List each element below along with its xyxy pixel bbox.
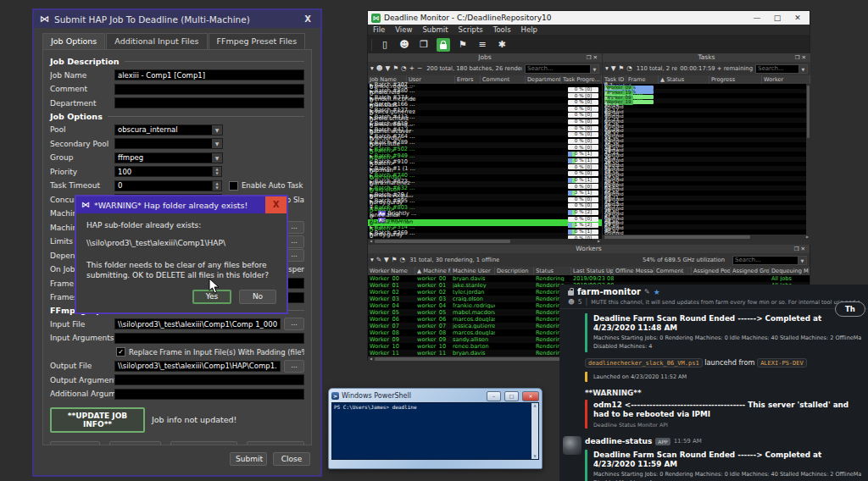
monitor-titlebar[interactable]: ⋈ Deadline Monitor - C:/DeadlineReposito… bbox=[368, 11, 810, 25]
output-arguments-field[interactable] bbox=[114, 374, 304, 385]
column-header[interactable]: Worker Name bbox=[368, 267, 415, 275]
workers-table-header[interactable]: Worker Name▲ Machine NameMachine UserDes… bbox=[368, 267, 810, 275]
panel-tool-icon-1[interactable]: ☻ bbox=[376, 65, 383, 72]
menu-view[interactable]: View bbox=[390, 25, 417, 34]
search-dropdown-icon[interactable]: ▼ bbox=[591, 64, 599, 74]
additional-arguments-field[interactable] bbox=[114, 389, 304, 400]
gear-icon[interactable]: ✱ bbox=[495, 38, 509, 52]
scroll-left-icon[interactable]: ◀ bbox=[368, 239, 374, 244]
column-header[interactable]: Offline Message bbox=[614, 267, 654, 275]
column-header[interactable]: ▲ Machine Name bbox=[415, 267, 451, 275]
ps-scrollbar[interactable]: ▲▼ bbox=[531, 403, 538, 459]
list-settings-icon[interactable]: ≡ bbox=[476, 38, 489, 52]
column-header[interactable]: Assigned Pools bbox=[692, 267, 731, 275]
scroll-thumb[interactable] bbox=[604, 235, 750, 239]
menu-tools[interactable]: Tools bbox=[488, 25, 516, 34]
insert-hap-alpha-arg-button[interactable]: Insert HAP Alpha Arg bbox=[170, 441, 238, 446]
panel-tool-icon-5[interactable]: + bbox=[409, 65, 415, 72]
tasks-search[interactable]: ▼ bbox=[755, 64, 808, 74]
column-header[interactable]: Dequeuing Mode bbox=[770, 267, 810, 275]
enable-auto-task-timeout-checkbox[interactable]: Enable Auto Task Timeout bbox=[229, 181, 304, 191]
replace-frame-padding-checkbox[interactable]: ✓Replace Frame in Input File(s) With Pad… bbox=[116, 347, 304, 357]
input-file-browse-button[interactable]: ... bbox=[284, 318, 304, 330]
priority-stepper[interactable]: ▲▼ bbox=[114, 166, 223, 177]
scroll-left-icon[interactable]: ◀ bbox=[368, 357, 374, 362]
output-file-browse-button[interactable]: ... bbox=[284, 360, 304, 373]
tab-ffmpeg-preset-files[interactable]: FFmpeg Preset Files bbox=[209, 33, 306, 49]
insert-fps-arg-button[interactable]: Insert FPS Arg bbox=[50, 441, 100, 446]
panel-tool-icon-1[interactable]: ▼ bbox=[611, 65, 616, 72]
column-header[interactable]: Status bbox=[534, 267, 571, 275]
workers-panel-titlebar[interactable]: Workers ❐✕ bbox=[368, 245, 810, 253]
panel-tool-icon-2[interactable]: ▼ bbox=[386, 65, 391, 72]
scroll-right-icon[interactable]: ▶ bbox=[804, 235, 810, 240]
user-icon[interactable]: ☻ bbox=[398, 38, 411, 52]
edit-topic-icon[interactable]: ✎ bbox=[644, 288, 650, 296]
column-header[interactable]: Assigned Groups bbox=[731, 267, 770, 275]
task-timeout-stepper[interactable]: ▲▼ bbox=[114, 180, 222, 191]
timestamp[interactable]: 11:59 AM bbox=[674, 438, 702, 445]
column-header[interactable]: Comment bbox=[654, 267, 692, 275]
tab-additional-input-files[interactable]: Additional Input Files bbox=[106, 33, 207, 49]
minimize-button[interactable]: — bbox=[748, 14, 765, 22]
ps-maximize-button[interactable]: □ bbox=[504, 391, 519, 401]
search-dropdown-icon[interactable]: ▼ bbox=[798, 256, 807, 265]
warning-dialog-titlebar[interactable]: ⋈ *WARNING* Hap folder already exists! X bbox=[76, 196, 287, 213]
float-panel-icon[interactable]: ❐ bbox=[794, 246, 801, 252]
spinner-arrows[interactable]: ▲▼ bbox=[213, 180, 222, 191]
panel-tool-icon-4[interactable]: ◔ bbox=[400, 257, 406, 263]
scroll-right-icon[interactable]: ▶ bbox=[596, 239, 602, 244]
bookmark-icon[interactable]: ⚑ bbox=[456, 38, 470, 52]
scroll-thumb[interactable] bbox=[375, 357, 578, 361]
tasks-panel-titlebar[interactable]: Tasks ❐✕ bbox=[603, 53, 810, 62]
pool-dropdown[interactable]: obscura_internal▼ bbox=[114, 124, 223, 135]
panel-tool-icon-3[interactable]: ⚑ bbox=[392, 65, 398, 72]
menu-help[interactable]: Help bbox=[516, 25, 542, 34]
panel-tool-icon-3[interactable]: ◔ bbox=[626, 65, 632, 72]
jobs-panel-titlebar[interactable]: Jobs ❐✕ bbox=[368, 53, 602, 62]
scroll-thumb[interactable] bbox=[807, 86, 810, 138]
avatar[interactable] bbox=[563, 436, 581, 455]
submit-dialog-titlebar[interactable]: ⋈ Submit HAP Job To Deadline (Multi-Mach… bbox=[34, 10, 320, 28]
close-window-button[interactable]: ✕ bbox=[789, 14, 806, 22]
jobs-search-input[interactable] bbox=[525, 64, 591, 74]
secondary-pool-dropdown[interactable]: ▼ bbox=[114, 138, 223, 149]
float-panel-icon[interactable]: ❐ bbox=[587, 54, 593, 61]
department-field[interactable] bbox=[114, 97, 304, 108]
powershell-console[interactable]: PS C:\Users\James> deadline ▲▼ bbox=[331, 402, 539, 460]
panel-tool-icon-0[interactable]: ▾ bbox=[370, 65, 374, 72]
panel-tool-icon-2[interactable]: ⚑ bbox=[619, 65, 625, 72]
column-header[interactable]: Machine User bbox=[451, 267, 495, 275]
float-panel-icon[interactable]: ❐ bbox=[795, 54, 802, 61]
menu-scripts[interactable]: Scripts bbox=[453, 25, 488, 34]
remote-icon[interactable]: ▯ bbox=[378, 38, 392, 52]
ps-minimize-button[interactable]: – bbox=[487, 391, 501, 401]
column-header[interactable]: Description bbox=[495, 267, 534, 275]
worker-row[interactable]: Worker_00worker_00bryan.davisRendering20… bbox=[368, 275, 810, 282]
lock-icon[interactable] bbox=[437, 38, 450, 52]
panel-tool-icon-0[interactable]: ▾ bbox=[370, 257, 374, 263]
channel-topic[interactable]: MUTE this channel, it will send updates … bbox=[591, 299, 860, 306]
output-file-field[interactable] bbox=[114, 361, 281, 372]
scroll-thumb[interactable] bbox=[375, 240, 510, 243]
insert-hap-arg-button[interactable]: Insert HAP Arg bbox=[109, 441, 160, 446]
comment-field[interactable] bbox=[114, 84, 304, 95]
search-dropdown-icon[interactable]: ▼ bbox=[799, 64, 808, 74]
panel-tool-icon-6[interactable]: − bbox=[417, 65, 422, 72]
window-icon[interactable]: ❐ bbox=[417, 38, 431, 52]
submit-dialog-close-button[interactable]: X bbox=[301, 14, 314, 24]
submit-button[interactable]: Submit bbox=[230, 452, 267, 466]
maximize-button[interactable]: □ bbox=[769, 14, 786, 22]
jobs-hscrollbar[interactable]: ◀ ▶ bbox=[368, 239, 602, 244]
workers-search[interactable]: ▼ bbox=[732, 256, 807, 265]
thread-pill[interactable]: Th bbox=[835, 301, 865, 317]
input-arguments-field[interactable] bbox=[114, 333, 304, 344]
close-button[interactable]: Close bbox=[273, 452, 310, 466]
member-count[interactable]: 5 bbox=[578, 298, 582, 306]
star-channel-icon[interactable]: ★ bbox=[654, 288, 660, 296]
tasks-vscrollbar[interactable] bbox=[806, 84, 810, 235]
channel-name[interactable]: farm-monitor bbox=[577, 287, 641, 296]
panel-tool-icon-2[interactable]: ▼ bbox=[384, 257, 389, 263]
job-name-field[interactable] bbox=[114, 69, 304, 80]
close-panel-icon[interactable]: ✕ bbox=[801, 246, 807, 252]
